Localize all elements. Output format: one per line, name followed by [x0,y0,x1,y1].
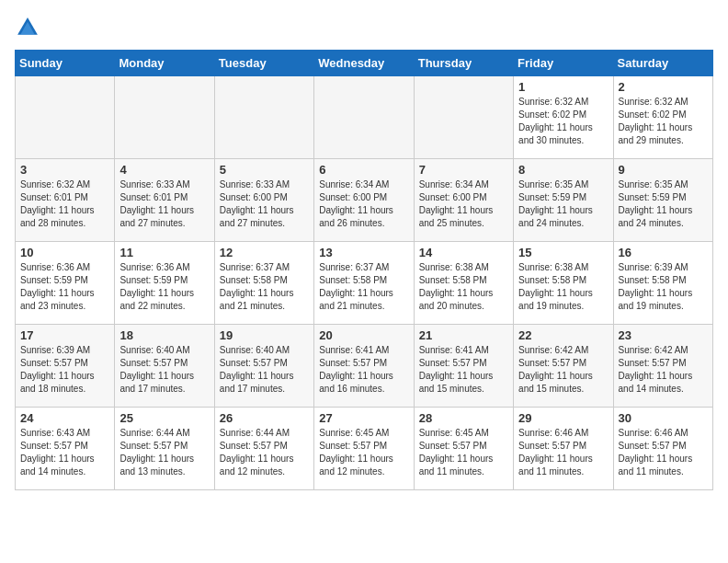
day-number: 1 [518,80,608,94]
calendar-week-row: 17Sunrise: 6:39 AMSunset: 5:57 PMDayligh… [16,325,713,408]
day-info: Sunrise: 6:41 AMSunset: 5:57 PMDaylight:… [319,344,408,396]
day-info: Sunrise: 6:44 AMSunset: 5:57 PMDaylight:… [220,427,309,478]
day-info: Sunrise: 6:32 AMSunset: 6:02 PMDaylight:… [619,96,708,147]
day-info: Sunrise: 6:38 AMSunset: 5:58 PMDaylight:… [518,261,608,313]
calendar-cell: 9Sunrise: 6:35 AMSunset: 5:59 PMDaylight… [613,159,712,242]
calendar-cell: 18Sunrise: 6:40 AMSunset: 5:57 PMDayligh… [115,325,214,408]
day-info: Sunrise: 6:46 AMSunset: 5:57 PMDaylight:… [619,427,708,478]
day-info: Sunrise: 6:42 AMSunset: 5:57 PMDaylight:… [518,344,608,396]
calendar-cell: 1Sunrise: 6:32 AMSunset: 6:02 PMDaylight… [514,76,613,159]
day-number: 3 [20,163,109,177]
day-number: 11 [119,246,209,259]
logo-icon [15,15,40,40]
day-number: 6 [319,163,408,177]
day-number: 15 [518,246,608,259]
calendar-cell: 5Sunrise: 6:33 AMSunset: 6:00 PMDaylight… [214,159,313,242]
day-info: Sunrise: 6:33 AMSunset: 6:01 PMDaylight:… [119,178,209,230]
day-header-saturday: Saturday [613,51,712,76]
day-header-friday: Friday [514,51,613,76]
day-number: 22 [518,328,608,342]
calendar-cell: 2Sunrise: 6:32 AMSunset: 6:02 PMDaylight… [613,76,712,159]
day-number: 18 [119,328,209,342]
calendar-cell [214,76,313,159]
calendar-cell: 26Sunrise: 6:44 AMSunset: 5:57 PMDayligh… [214,408,313,490]
day-info: Sunrise: 6:41 AMSunset: 5:57 PMDaylight:… [419,344,508,396]
calendar-cell: 19Sunrise: 6:40 AMSunset: 5:57 PMDayligh… [214,325,313,408]
calendar-cell [16,76,115,159]
day-info: Sunrise: 6:36 AMSunset: 5:59 PMDaylight:… [119,261,209,313]
calendar-cell: 11Sunrise: 6:36 AMSunset: 5:59 PMDayligh… [115,242,214,325]
day-info: Sunrise: 6:40 AMSunset: 5:57 PMDaylight:… [119,344,209,396]
day-number: 21 [419,328,508,342]
day-info: Sunrise: 6:38 AMSunset: 5:58 PMDaylight:… [419,261,508,313]
day-number: 14 [419,246,508,259]
day-info: Sunrise: 6:39 AMSunset: 5:57 PMDaylight:… [20,344,109,396]
day-number: 23 [619,328,708,342]
day-number: 7 [419,163,508,177]
day-number: 9 [619,163,708,177]
calendar-cell: 14Sunrise: 6:38 AMSunset: 5:58 PMDayligh… [414,242,513,325]
day-number: 12 [220,246,309,259]
calendar-cell [115,76,214,159]
calendar-cell: 6Sunrise: 6:34 AMSunset: 6:00 PMDaylight… [314,159,414,242]
calendar-cell [414,76,513,159]
day-info: Sunrise: 6:44 AMSunset: 5:57 PMDaylight:… [119,427,209,478]
calendar-week-row: 1Sunrise: 6:32 AMSunset: 6:02 PMDaylight… [16,76,713,159]
day-info: Sunrise: 6:34 AMSunset: 6:00 PMDaylight:… [419,178,508,230]
calendar-cell: 8Sunrise: 6:35 AMSunset: 5:59 PMDaylight… [514,159,613,242]
day-info: Sunrise: 6:33 AMSunset: 6:00 PMDaylight:… [220,178,309,230]
calendar-cell: 25Sunrise: 6:44 AMSunset: 5:57 PMDayligh… [115,408,214,490]
calendar-cell: 3Sunrise: 6:32 AMSunset: 6:01 PMDaylight… [16,159,115,242]
day-number: 10 [20,246,109,259]
day-info: Sunrise: 6:34 AMSunset: 6:00 PMDaylight:… [319,178,408,230]
day-number: 29 [518,411,608,425]
calendar-cell: 29Sunrise: 6:46 AMSunset: 5:57 PMDayligh… [514,408,613,490]
day-number: 5 [220,163,309,177]
day-number: 26 [220,411,309,425]
calendar-cell: 7Sunrise: 6:34 AMSunset: 6:00 PMDaylight… [414,159,513,242]
day-number: 4 [119,163,209,177]
calendar-cell: 28Sunrise: 6:45 AMSunset: 5:57 PMDayligh… [414,408,513,490]
calendar-cell: 20Sunrise: 6:41 AMSunset: 5:57 PMDayligh… [314,325,414,408]
day-header-thursday: Thursday [414,51,513,76]
calendar-week-row: 3Sunrise: 6:32 AMSunset: 6:01 PMDaylight… [16,159,713,242]
calendar-cell: 17Sunrise: 6:39 AMSunset: 5:57 PMDayligh… [16,325,115,408]
calendar-cell: 23Sunrise: 6:42 AMSunset: 5:57 PMDayligh… [613,325,712,408]
day-number: 28 [419,411,508,425]
day-info: Sunrise: 6:37 AMSunset: 5:58 PMDaylight:… [319,261,408,313]
day-info: Sunrise: 6:46 AMSunset: 5:57 PMDaylight:… [518,427,608,478]
calendar-cell: 27Sunrise: 6:45 AMSunset: 5:57 PMDayligh… [314,408,414,490]
header [15,15,713,40]
calendar-cell: 22Sunrise: 6:42 AMSunset: 5:57 PMDayligh… [514,325,613,408]
day-info: Sunrise: 6:42 AMSunset: 5:57 PMDaylight:… [619,344,708,396]
day-info: Sunrise: 6:45 AMSunset: 5:57 PMDaylight:… [319,427,408,478]
day-info: Sunrise: 6:39 AMSunset: 5:58 PMDaylight:… [619,261,708,313]
day-number: 27 [319,411,408,425]
day-info: Sunrise: 6:35 AMSunset: 5:59 PMDaylight:… [619,178,708,230]
calendar-table: SundayMondayTuesdayWednesdayThursdayFrid… [15,50,713,490]
calendar-cell: 21Sunrise: 6:41 AMSunset: 5:57 PMDayligh… [414,325,513,408]
day-header-sunday: Sunday [16,51,115,76]
day-header-monday: Monday [115,51,214,76]
day-number: 17 [20,328,109,342]
day-number: 8 [518,163,608,177]
calendar-cell: 10Sunrise: 6:36 AMSunset: 5:59 PMDayligh… [16,242,115,325]
day-number: 16 [619,246,708,259]
calendar-week-row: 24Sunrise: 6:43 AMSunset: 5:57 PMDayligh… [16,408,713,490]
calendar-header-row: SundayMondayTuesdayWednesdayThursdayFrid… [16,51,713,76]
calendar-cell: 15Sunrise: 6:38 AMSunset: 5:58 PMDayligh… [514,242,613,325]
calendar-week-row: 10Sunrise: 6:36 AMSunset: 5:59 PMDayligh… [16,242,713,325]
day-info: Sunrise: 6:45 AMSunset: 5:57 PMDaylight:… [419,427,508,478]
day-info: Sunrise: 6:40 AMSunset: 5:57 PMDaylight:… [220,344,309,396]
calendar-cell: 24Sunrise: 6:43 AMSunset: 5:57 PMDayligh… [16,408,115,490]
day-info: Sunrise: 6:43 AMSunset: 5:57 PMDaylight:… [20,427,109,478]
calendar-cell: 13Sunrise: 6:37 AMSunset: 5:58 PMDayligh… [314,242,414,325]
day-number: 30 [619,411,708,425]
day-number: 24 [20,411,109,425]
day-number: 13 [319,246,408,259]
calendar-cell: 4Sunrise: 6:33 AMSunset: 6:01 PMDaylight… [115,159,214,242]
day-info: Sunrise: 6:36 AMSunset: 5:59 PMDaylight:… [20,261,109,313]
logo [15,15,44,40]
calendar-cell: 30Sunrise: 6:46 AMSunset: 5:57 PMDayligh… [613,408,712,490]
day-number: 19 [220,328,309,342]
